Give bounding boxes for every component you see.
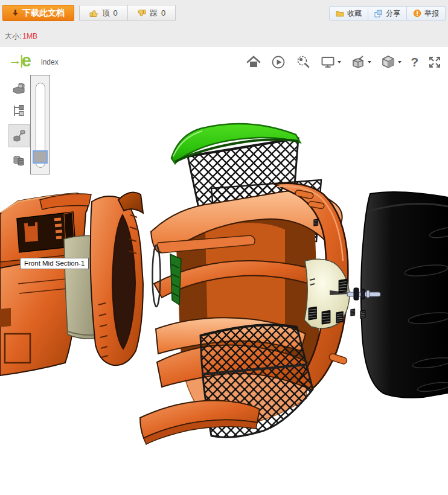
upvote-label: 顶 <box>101 8 109 19</box>
favorite-label: 收藏 <box>347 8 362 19</box>
section-box-icon <box>350 54 366 70</box>
green-bracket[interactable] <box>170 254 181 305</box>
explode-button[interactable] <box>8 124 30 147</box>
dropdown-caret <box>368 61 371 63</box>
report-icon <box>413 9 421 18</box>
download-label: 下载此文档 <box>22 8 65 19</box>
top-action-bar: 下载此文档 顶 0 踩 0 <box>0 0 448 47</box>
viewer-toolbar: ? <box>246 54 442 70</box>
section-view-button[interactable] <box>350 54 371 70</box>
secondary-actions: 收藏 分享 举报 <box>329 6 446 21</box>
page: 下载此文档 顶 0 踩 0 <box>0 0 448 495</box>
download-button[interactable]: 下载此文档 <box>2 5 74 21</box>
shaded-part-icon <box>11 81 26 96</box>
zoom-area-button[interactable] <box>295 54 311 70</box>
downvote-label: 踩 <box>150 8 158 19</box>
report-label: 举报 <box>424 8 439 19</box>
downvote-button[interactable]: 踩 0 <box>127 5 175 21</box>
help-icon: ? <box>411 55 418 69</box>
share-label: 分享 <box>386 8 400 19</box>
logo-arrow: →| <box>8 53 22 68</box>
display-options-button[interactable] <box>320 54 341 70</box>
fullscreen-icon <box>427 55 442 69</box>
model-canvas <box>0 0 448 495</box>
home-button[interactable] <box>246 54 261 70</box>
download-icon <box>12 10 19 17</box>
thumb-down-icon <box>138 9 146 18</box>
fullscreen-button[interactable] <box>427 55 442 69</box>
bottom-cover-strip[interactable] <box>140 401 260 444</box>
share-icon <box>374 10 383 18</box>
report-button[interactable]: 举报 <box>406 7 445 20</box>
zoom-icon <box>295 54 311 70</box>
explode-slider-thumb[interactable] <box>33 150 48 164</box>
upvote-count: 0 <box>113 8 117 18</box>
assembly-tree-button[interactable] <box>10 102 28 120</box>
share-button[interactable]: 分享 <box>368 7 406 20</box>
move-component-button[interactable] <box>10 152 28 170</box>
viewer-side-toolbar <box>10 80 30 174</box>
document-name: index <box>41 58 59 66</box>
tree-icon <box>11 104 26 118</box>
size-value: 1MB <box>22 32 37 40</box>
wire-loop[interactable] <box>153 245 161 307</box>
upvote-button[interactable]: 顶 0 <box>80 5 127 21</box>
play-animation-button[interactable] <box>270 54 286 70</box>
help-button[interactable]: ? <box>411 55 418 69</box>
display-icon <box>320 54 336 70</box>
vote-group: 顶 0 踩 0 <box>79 5 176 21</box>
dropdown-caret <box>398 61 402 63</box>
dropdown-caret <box>338 61 341 63</box>
edrawings-logo: →|e <box>8 52 31 69</box>
cube-icon <box>380 54 396 70</box>
explode-icon <box>12 129 27 143</box>
explode-slider <box>30 75 50 174</box>
shaded-view-button[interactable] <box>10 80 28 98</box>
file-size: 大小:1MB <box>5 31 37 42</box>
downvote-count: 0 <box>161 8 165 18</box>
thumb-up-icon <box>89 9 98 18</box>
size-label: 大小: <box>5 32 21 40</box>
logo-letter: e <box>22 51 31 70</box>
view-orientation-button[interactable] <box>380 54 402 70</box>
part-tooltip: Front Mid Section-1 <box>20 258 89 269</box>
favorite-button[interactable]: 收藏 <box>330 7 368 20</box>
play-icon <box>270 54 286 70</box>
home-icon <box>246 54 261 70</box>
folder-icon <box>336 10 344 17</box>
move-component-icon <box>11 153 26 168</box>
